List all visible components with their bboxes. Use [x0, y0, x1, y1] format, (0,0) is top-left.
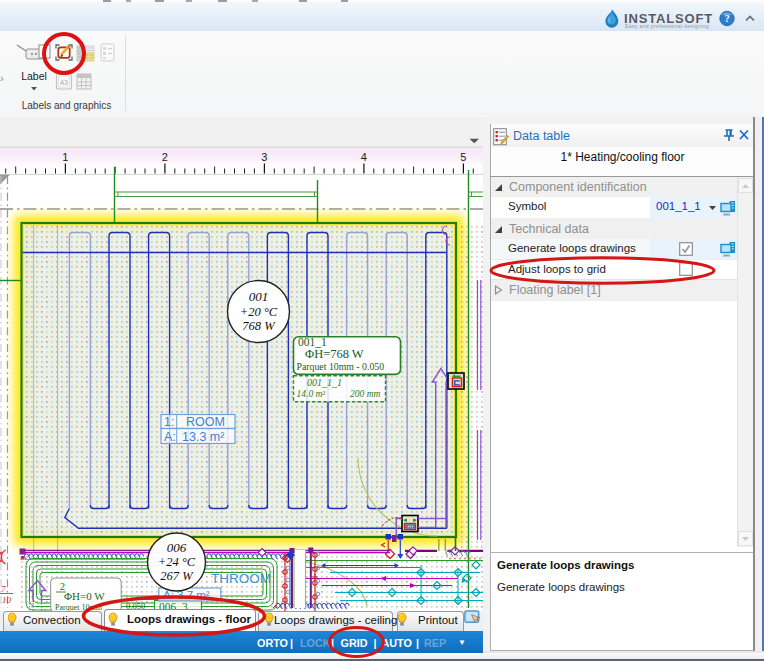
svg-text:4: 4	[361, 151, 367, 163]
svg-text:267 W: 267 W	[160, 569, 194, 583]
svg-text:Parquet 10mm - 0.050: Parquet 10mm - 0.050	[297, 361, 385, 372]
svg-text:?: ?	[724, 13, 729, 24]
svg-text:200 mm: 200 mm	[350, 389, 380, 399]
svg-text:+24 °C: +24 °C	[158, 555, 196, 569]
svg-text:THROOM: THROOM	[211, 571, 271, 586]
svg-text:768 W: 768 W	[242, 319, 276, 333]
svg-text:006: 006	[167, 540, 187, 555]
svg-text:7: 7	[1, 584, 6, 594]
svg-text:001: 001	[249, 289, 269, 304]
svg-text:ΦH=0 W: ΦH=0 W	[64, 590, 105, 602]
svg-text:+20 °C: +20 °C	[240, 305, 278, 319]
svg-text:ΦH=768 W: ΦH=768 W	[305, 347, 364, 361]
svg-text:10: 10	[2, 595, 12, 605]
svg-text:2: 2	[162, 151, 168, 163]
svg-text:13.3 m²: 13.3 m²	[182, 430, 224, 444]
svg-text:14.0 m²: 14.0 m²	[297, 389, 326, 399]
svg-text:1: 1	[62, 151, 68, 163]
svg-text:1:: 1:	[164, 415, 174, 429]
svg-text:001_1_1: 001_1_1	[307, 377, 342, 388]
svg-text:Easy and professional designin: Easy and professional designing	[625, 23, 709, 29]
svg-text:5: 5	[460, 151, 466, 163]
svg-text:A:: A:	[164, 430, 176, 444]
svg-text:A3: A3	[60, 79, 68, 86]
svg-text:3: 3	[261, 151, 267, 163]
svg-text:ROOM: ROOM	[186, 415, 225, 429]
